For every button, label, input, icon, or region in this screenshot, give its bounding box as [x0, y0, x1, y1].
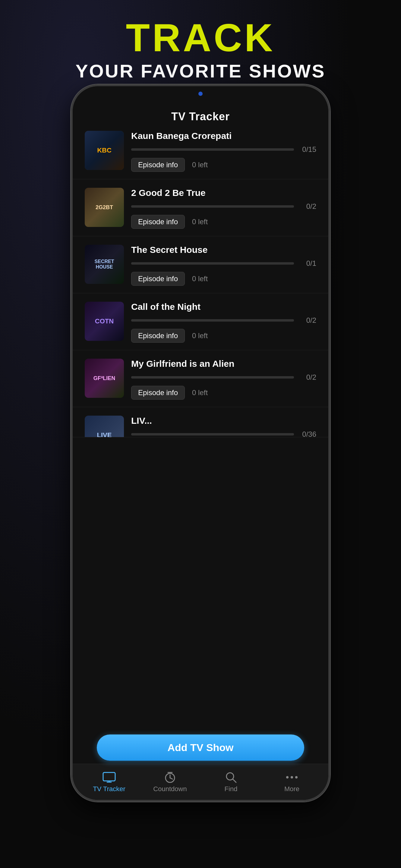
- notch-dot: [198, 92, 203, 96]
- app-title: TV Tracker: [171, 110, 230, 123]
- nav-label-find: Find: [225, 785, 238, 793]
- progress-row-secret: 0/1: [131, 259, 316, 268]
- nav-item-tv-tracker[interactable]: TV Tracker: [79, 771, 140, 793]
- show-item-alien: My Girlfriend is an Alien 0/2 Episode in…: [73, 350, 328, 407]
- episode-info-btn-call[interactable]: Episode info: [131, 329, 185, 343]
- show-row: Call of the Night 0/2 Episode info 0 lef…: [85, 302, 316, 343]
- svg-point-10: [291, 776, 293, 778]
- show-poster-live: [85, 415, 124, 437]
- progress-count-alien: 0/2: [298, 373, 316, 381]
- action-row-2good: Episode info 0 left: [131, 215, 316, 229]
- show-row: My Girlfriend is an Alien 0/2 Episode in…: [85, 359, 316, 400]
- show-poster-2good: [85, 188, 124, 227]
- show-info-call: Call of the Night 0/2 Episode info 0 lef…: [131, 302, 316, 343]
- progress-count-kbc: 0/15: [298, 145, 316, 154]
- show-title-kbc: Kaun Banega Crorepati: [131, 131, 316, 141]
- progress-count-2good: 0/2: [298, 202, 316, 211]
- action-row-secret: Episode info 0 left: [131, 272, 316, 286]
- poster-art-live: [85, 415, 124, 437]
- show-item-live: LIV... 0/36 Episode info 0 left: [73, 407, 328, 437]
- action-row-kbc: Episode info 0 left: [131, 158, 316, 172]
- poster-art-2good: [85, 188, 124, 227]
- progress-count-call: 0/2: [298, 316, 316, 324]
- show-title-secret: The Secret House: [131, 245, 316, 255]
- poster-art-secret: [85, 245, 124, 284]
- show-item-secret: The Secret House 0/1 Episode info 0 left: [73, 236, 328, 293]
- progress-bar-bg-call: [131, 319, 294, 321]
- episode-info-btn-secret[interactable]: Episode info: [131, 272, 185, 286]
- show-list: Kaun Banega Crorepati 0/15 Episode info …: [73, 122, 328, 437]
- add-show-overlay: Add TV Show: [73, 735, 328, 761]
- show-title-call: Call of the Night: [131, 302, 316, 312]
- show-info-2good: 2 Good 2 Be True 0/2 Episode info 0 left: [131, 188, 316, 229]
- show-row: The Secret House 0/1 Episode info 0 left: [85, 245, 316, 286]
- add-tv-show-button[interactable]: Add TV Show: [97, 735, 304, 761]
- nav-item-more[interactable]: More: [261, 771, 322, 793]
- progress-bar-bg-secret: [131, 262, 294, 265]
- show-item-call: Call of the Night 0/2 Episode info 0 lef…: [73, 293, 328, 350]
- bottom-nav: TV Tracker Countdown: [73, 764, 328, 800]
- left-count-alien: 0 left: [192, 389, 208, 397]
- show-poster-secret: [85, 245, 124, 284]
- action-row-alien: Episode info 0 left: [131, 386, 316, 400]
- progress-row-alien: 0/2: [131, 373, 316, 381]
- show-info-kbc: Kaun Banega Crorepati 0/15 Episode info …: [131, 131, 316, 172]
- svg-point-11: [295, 776, 298, 778]
- nav-label-more: More: [284, 785, 299, 793]
- poster-art-call: [85, 302, 124, 341]
- left-count-call: 0 left: [192, 332, 208, 340]
- nav-label-tv-tracker: TV Tracker: [93, 785, 125, 793]
- progress-bar-bg-alien: [131, 376, 294, 378]
- action-row-call: Episode info 0 left: [131, 329, 316, 343]
- show-info-live: LIV... 0/36 Episode info 0 left: [131, 415, 316, 437]
- phone-notch: [171, 86, 230, 98]
- show-poster-kbc: [85, 131, 124, 170]
- show-title-live: LIV...: [131, 415, 316, 426]
- poster-art-alien: [85, 359, 124, 398]
- phone-frame: TV Tracker Kaun Banega Crorepati 0/15: [71, 84, 330, 802]
- progress-bar-bg-2good: [131, 205, 294, 208]
- progress-row-2good: 0/2: [131, 202, 316, 211]
- hero-subtitle: YOUR FAVORITE SHOWS: [0, 60, 401, 82]
- show-title-2good: 2 Good 2 Be True: [131, 188, 316, 198]
- svg-point-9: [286, 776, 288, 778]
- progress-bar-bg-live: [131, 433, 294, 435]
- content-area: Kaun Banega Crorepati 0/15 Episode info …: [73, 122, 328, 764]
- more-icon: [284, 771, 300, 783]
- show-info-alien: My Girlfriend is an Alien 0/2 Episode in…: [131, 359, 316, 400]
- left-count-secret: 0 left: [192, 275, 208, 283]
- hero-section: TRACK YOUR FAVORITE SHOWS: [0, 18, 401, 82]
- show-row: Kaun Banega Crorepati 0/15 Episode info …: [85, 131, 316, 172]
- hero-title: TRACK: [0, 18, 401, 57]
- episode-info-btn-2good[interactable]: Episode info: [131, 215, 185, 229]
- progress-count-live: 0/36: [298, 430, 316, 437]
- progress-row-call: 0/2: [131, 316, 316, 324]
- progress-row-kbc: 0/15: [131, 145, 316, 154]
- svg-rect-0: [103, 772, 115, 781]
- nav-item-find[interactable]: Find: [201, 771, 261, 793]
- show-row: 2 Good 2 Be True 0/2 Episode info 0 left: [85, 188, 316, 229]
- episode-info-btn-kbc[interactable]: Episode info: [131, 158, 185, 172]
- phone-screen: TV Tracker Kaun Banega Crorepati 0/15: [73, 86, 328, 800]
- show-row: LIV... 0/36 Episode info 0 left: [85, 415, 316, 437]
- svg-line-5: [170, 778, 173, 779]
- nav-item-countdown[interactable]: Countdown: [140, 771, 201, 793]
- nav-label-countdown: Countdown: [153, 785, 187, 793]
- progress-count-secret: 0/1: [298, 259, 316, 268]
- countdown-icon: [162, 771, 178, 783]
- svg-line-8: [233, 779, 236, 782]
- show-info-secret: The Secret House 0/1 Episode info 0 left: [131, 245, 316, 286]
- find-icon: [223, 771, 239, 783]
- poster-art-kbc: [85, 131, 124, 170]
- episode-info-btn-alien[interactable]: Episode info: [131, 386, 185, 400]
- show-poster-alien: [85, 359, 124, 398]
- left-count-kbc: 0 left: [192, 161, 208, 169]
- left-count-2good: 0 left: [192, 218, 208, 226]
- show-item-2good: 2 Good 2 Be True 0/2 Episode info 0 left: [73, 179, 328, 236]
- tv-tracker-icon: [101, 771, 117, 783]
- show-poster-call: [85, 302, 124, 341]
- progress-row-live: 0/36: [131, 430, 316, 437]
- show-title-alien: My Girlfriend is an Alien: [131, 359, 316, 369]
- show-item-kbc: Kaun Banega Crorepati 0/15 Episode info …: [73, 122, 328, 179]
- progress-bar-bg-kbc: [131, 148, 294, 151]
